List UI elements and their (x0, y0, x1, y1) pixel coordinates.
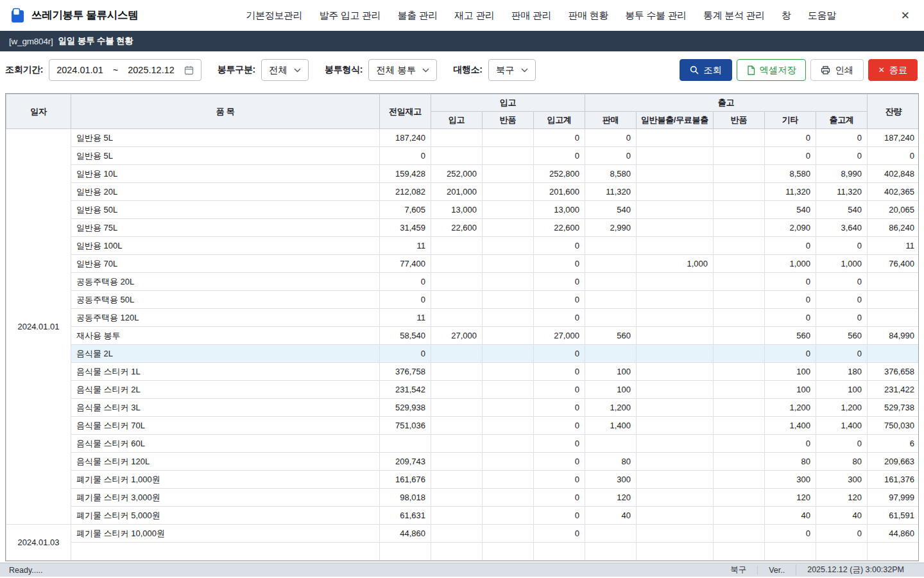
cell-value[interactable] (483, 417, 534, 435)
cell-value[interactable]: 0 (534, 489, 585, 507)
cell-value[interactable]: 540 (816, 201, 868, 219)
menu-item-statistics[interactable]: 통계 분석 관리 (703, 10, 765, 22)
cell-value[interactable] (380, 543, 431, 561)
cell-value[interactable] (431, 489, 483, 507)
cell-value[interactable]: 11,320 (816, 183, 868, 201)
cell-value[interactable] (714, 237, 765, 255)
cell-value[interactable]: 0 (765, 291, 816, 309)
agency-select[interactable]: 북구 (488, 59, 536, 81)
cell-item[interactable]: 폐기물 스티커 3,000원 (71, 489, 380, 507)
cell-value[interactable] (431, 381, 483, 399)
cell-value[interactable]: 0 (816, 273, 868, 291)
cell-value[interactable]: 0 (816, 129, 868, 147)
cell-value[interactable] (483, 201, 534, 219)
cell-value[interactable] (637, 201, 714, 219)
cell-value[interactable] (637, 291, 714, 309)
cell-value[interactable]: 0 (534, 273, 585, 291)
cell-value[interactable]: 86,240 (868, 219, 919, 237)
cell-value[interactable]: 0 (534, 399, 585, 417)
cell-item[interactable]: 음식물 스티커 3L (71, 399, 380, 417)
cell-value[interactable] (637, 543, 714, 561)
cell-value[interactable]: 529,738 (868, 399, 919, 417)
cell-value[interactable]: 0 (534, 291, 585, 309)
cell-value[interactable]: 209,663 (868, 453, 919, 471)
cell-value[interactable] (431, 255, 483, 273)
menu-item-issue[interactable]: 불출 관리 (397, 10, 438, 22)
cell-value[interactable]: 84,990 (868, 327, 919, 345)
cell-item[interactable]: 음식물 스티커 60L (71, 435, 380, 453)
cell-value[interactable]: 751,036 (380, 417, 431, 435)
cell-value[interactable]: 1,400 (585, 417, 637, 435)
cell-value[interactable]: 8,580 (585, 165, 637, 183)
cell-value[interactable]: 8,580 (765, 165, 816, 183)
cell-value[interactable]: 161,376 (868, 471, 919, 489)
bag-format-select[interactable]: 전체 봉투 (368, 59, 437, 81)
search-button[interactable]: 조회 (680, 59, 732, 81)
cell-value[interactable]: 40 (816, 507, 868, 525)
cell-value[interactable]: 0 (534, 525, 585, 543)
cell-value[interactable]: 44,860 (380, 525, 431, 543)
cell-value[interactable]: 529,938 (380, 399, 431, 417)
cell-value[interactable]: 0 (534, 507, 585, 525)
cell-item[interactable] (71, 543, 380, 561)
cell-value[interactable]: 0 (816, 309, 868, 327)
cell-value[interactable]: 0 (816, 147, 868, 165)
cell-value[interactable] (483, 219, 534, 237)
cell-value[interactable]: 212,082 (380, 183, 431, 201)
cell-value[interactable] (483, 435, 534, 453)
cell-value[interactable]: 0 (585, 129, 637, 147)
cell-value[interactable] (637, 273, 714, 291)
cell-value[interactable] (483, 363, 534, 381)
cell-value[interactable]: 0 (765, 309, 816, 327)
menu-item-basic-info[interactable]: 기본정보관리 (246, 10, 302, 22)
cell-value[interactable] (483, 525, 534, 543)
cell-value[interactable]: 80 (816, 453, 868, 471)
cell-item[interactable]: 폐기물 스티커 10,000원 (71, 525, 380, 543)
cell-value[interactable] (585, 291, 637, 309)
cell-value[interactable]: 402,848 (868, 165, 919, 183)
cell-value[interactable]: 100 (765, 363, 816, 381)
cell-value[interactable]: 31,459 (380, 219, 431, 237)
menu-item-inventory[interactable]: 재고 관리 (454, 10, 495, 22)
cell-value[interactable] (483, 309, 534, 327)
cell-value[interactable]: 560 (585, 327, 637, 345)
cell-value[interactable]: 0 (534, 363, 585, 381)
cell-value[interactable]: 11 (380, 237, 431, 255)
cell-value[interactable]: 80 (765, 453, 816, 471)
cell-value[interactable]: 1,400 (816, 417, 868, 435)
cell-value[interactable] (714, 435, 765, 453)
cell-value[interactable]: 0 (816, 237, 868, 255)
cell-value[interactable] (483, 273, 534, 291)
cell-value[interactable]: 159,428 (380, 165, 431, 183)
cell-value[interactable]: 0 (534, 471, 585, 489)
cell-value[interactable]: 2,090 (765, 219, 816, 237)
cell-value[interactable] (714, 381, 765, 399)
cell-item[interactable]: 폐기물 스티커 5,000원 (71, 507, 380, 525)
cell-value[interactable]: 61,591 (868, 507, 919, 525)
cell-value[interactable]: 187,240 (868, 129, 919, 147)
cell-value[interactable]: 11,320 (765, 183, 816, 201)
cell-value[interactable] (714, 255, 765, 273)
cell-value[interactable]: 402,365 (868, 183, 919, 201)
cell-value[interactable] (637, 129, 714, 147)
cell-value[interactable]: 0 (868, 147, 919, 165)
cell-value[interactable] (714, 543, 765, 561)
cell-value[interactable] (431, 399, 483, 417)
cell-value[interactable]: 540 (585, 201, 637, 219)
cell-value[interactable]: 20,065 (868, 201, 919, 219)
cell-value[interactable] (431, 417, 483, 435)
cell-value[interactable]: 376,658 (868, 363, 919, 381)
cell-value[interactable] (637, 399, 714, 417)
cell-value[interactable] (637, 507, 714, 525)
cell-value[interactable] (431, 471, 483, 489)
cell-value[interactable]: 13,000 (534, 201, 585, 219)
cell-value[interactable]: 1,200 (816, 399, 868, 417)
cell-value[interactable]: 100 (585, 381, 637, 399)
print-button[interactable]: 인쇄 (810, 59, 863, 81)
cell-value[interactable] (431, 147, 483, 165)
cell-value[interactable] (431, 525, 483, 543)
cell-value[interactable] (431, 129, 483, 147)
cell-value[interactable]: 1,000 (765, 255, 816, 273)
cell-value[interactable] (868, 543, 919, 561)
cell-value[interactable] (714, 183, 765, 201)
